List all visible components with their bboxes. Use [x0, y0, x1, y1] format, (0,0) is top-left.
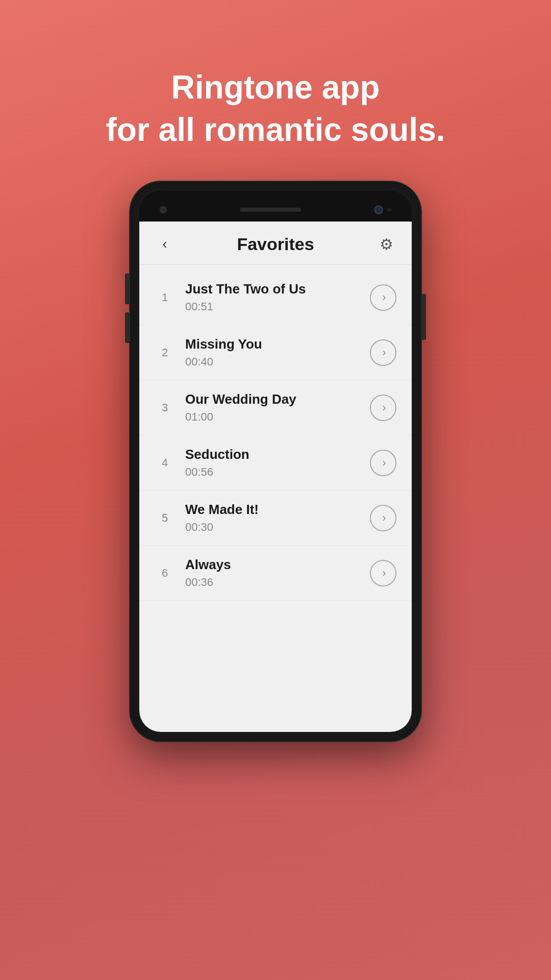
track-info: Seduction 00:56	[185, 447, 370, 479]
front-camera-right	[374, 205, 383, 214]
track-item[interactable]: 6 Always 00:36 ›	[139, 546, 412, 601]
track-info: Missing You 00:40	[185, 336, 370, 369]
track-name: We Made It!	[185, 502, 370, 518]
track-duration: 00:51	[185, 300, 370, 313]
volume-up-button	[125, 274, 129, 304]
play-button[interactable]: ›	[370, 395, 396, 421]
chevron-right-icon: ›	[382, 401, 386, 414]
track-info: Our Wedding Day 01:00	[185, 391, 370, 424]
track-number: 5	[155, 511, 175, 525]
chevron-right-icon: ›	[382, 291, 386, 304]
chevron-right-icon: ›	[382, 456, 386, 470]
front-camera-left	[160, 206, 167, 213]
app-header: ‹ Favorites ⚙	[139, 222, 412, 265]
screen-title: Favorites	[237, 234, 314, 254]
track-number: 4	[155, 456, 175, 470]
play-button[interactable]: ›	[370, 505, 396, 531]
phone-notch	[139, 191, 412, 222]
tagline-line1: Ringtone app	[106, 66, 445, 109]
play-button[interactable]: ›	[370, 339, 396, 366]
track-info: Always 00:36	[185, 557, 370, 589]
volume-buttons	[125, 274, 129, 343]
settings-button[interactable]: ⚙	[376, 234, 396, 254]
phone-mockup: ‹ Favorites ⚙ 1 Just The Two of Us 00:51…	[130, 182, 421, 743]
track-duration: 00:30	[185, 521, 370, 534]
sensor-dot	[387, 208, 391, 212]
tagline: Ringtone app for all romantic souls.	[106, 66, 445, 151]
track-name: Seduction	[185, 447, 370, 462]
track-name: Missing You	[185, 336, 370, 352]
track-duration: 00:40	[185, 355, 370, 369]
track-item[interactable]: 1 Just The Two of Us 00:51 ›	[139, 270, 412, 325]
phone-screen: ‹ Favorites ⚙ 1 Just The Two of Us 00:51…	[139, 222, 412, 732]
track-number: 3	[155, 401, 175, 414]
track-list: 1 Just The Two of Us 00:51 › 2 Missing Y…	[139, 265, 412, 606]
track-number: 6	[155, 567, 175, 580]
track-item[interactable]: 5 We Made It! 00:30 ›	[139, 491, 412, 546]
track-info: Just The Two of Us 00:51	[185, 281, 370, 313]
chevron-right-icon: ›	[382, 346, 386, 359]
track-name: Our Wedding Day	[185, 391, 370, 407]
track-info: We Made It! 00:30	[185, 502, 370, 534]
volume-down-button	[125, 312, 129, 343]
camera-sensors	[374, 205, 391, 214]
chevron-right-icon: ›	[382, 511, 386, 525]
track-duration: 00:56	[185, 465, 370, 479]
gear-icon: ⚙	[380, 235, 393, 253]
earpiece-speaker	[240, 208, 301, 212]
play-button[interactable]: ›	[370, 450, 396, 476]
back-button[interactable]: ‹	[155, 234, 175, 254]
track-duration: 01:00	[185, 410, 370, 424]
track-item[interactable]: 4 Seduction 00:56 ›	[139, 435, 412, 491]
track-item[interactable]: 3 Our Wedding Day 01:00 ›	[139, 380, 412, 435]
track-item[interactable]: 2 Missing You 00:40 ›	[139, 325, 412, 380]
track-name: Just The Two of Us	[185, 281, 370, 297]
track-number: 2	[155, 346, 175, 359]
play-button[interactable]: ›	[370, 284, 396, 311]
track-name: Always	[185, 557, 370, 573]
back-icon: ‹	[162, 236, 167, 252]
track-number: 1	[155, 291, 175, 304]
phone-frame: ‹ Favorites ⚙ 1 Just The Two of Us 00:51…	[130, 182, 421, 741]
tagline-line2: for all romantic souls.	[106, 109, 445, 151]
power-button	[422, 294, 426, 340]
track-duration: 00:36	[185, 576, 370, 589]
play-button[interactable]: ›	[370, 560, 396, 586]
chevron-right-icon: ›	[382, 567, 386, 580]
